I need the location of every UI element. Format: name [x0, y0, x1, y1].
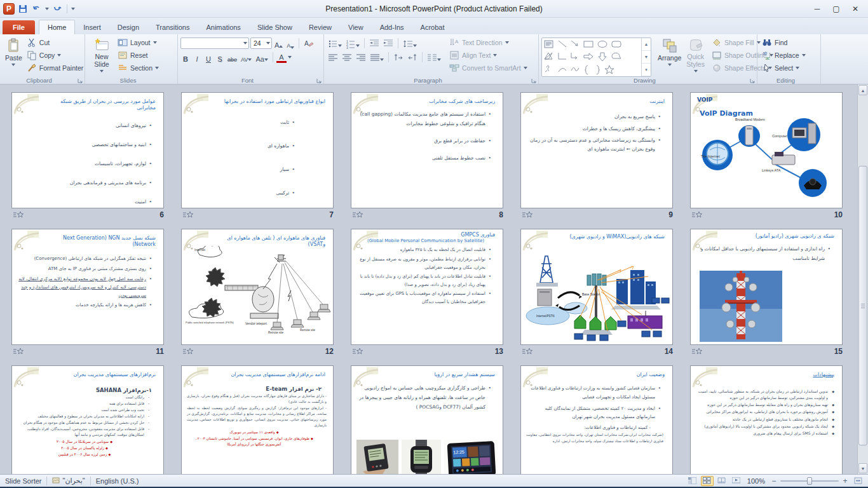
- slide-thumbnail-13[interactable]: فناوری GMPCS (Global Mobile Personal Com…: [351, 229, 503, 345]
- align-right-button[interactable]: [355, 52, 367, 63]
- section-button[interactable]: Section: [116, 62, 161, 74]
- fit-to-window-button[interactable]: [851, 476, 864, 486]
- slide-thumbnail-19[interactable]: وضعیت ایران سازمان فضایی کشور وابسته به …: [520, 365, 673, 474]
- grow-font-button[interactable]: A: [273, 38, 284, 49]
- cut-button[interactable]: Cut: [25, 37, 85, 48]
- animation-indicator-icon[interactable]: [522, 348, 532, 355]
- align-text-button[interactable]: Align Text: [447, 50, 529, 61]
- section-dropdown-icon[interactable]: [155, 67, 159, 71]
- justify-button[interactable]: [369, 52, 385, 63]
- powerpoint-icon[interactable]: P: [3, 3, 15, 15]
- slide-thumbnail-17[interactable]: ادامه نرم‌افزارهای سیستمهای مدیریت بحران…: [181, 365, 334, 474]
- minimize-button[interactable]: ─: [808, 3, 826, 15]
- align-left-button[interactable]: [327, 52, 339, 63]
- tab-view[interactable]: View: [340, 20, 372, 34]
- scroll-down-button[interactable]: ▼: [858, 463, 867, 473]
- rtl-direction-button[interactable]: [406, 52, 419, 63]
- slide-thumbnail-11[interactable]: شبکه نسل جدید NGN ‏(Next Generation Netw…: [11, 229, 164, 345]
- language-label[interactable]: English (U.S.): [91, 477, 144, 485]
- slide-thumbnail-18[interactable]: سیستم هشدار سریع در اروپا طراحی و کارگزا…: [351, 365, 503, 474]
- tab-transitions[interactable]: Transitions: [147, 20, 198, 34]
- layout-button[interactable]: Layout: [116, 37, 161, 48]
- reading-view-button[interactable]: [715, 476, 728, 486]
- bullets-button[interactable]: [327, 38, 343, 49]
- copy-button[interactable]: Copy: [25, 50, 85, 61]
- paste-button[interactable]: Paste: [3, 36, 25, 76]
- slide-sorter-view-button[interactable]: [701, 476, 714, 486]
- increase-indent-button[interactable]: [382, 38, 395, 49]
- format-painter-button[interactable]: Format Painter: [25, 62, 85, 74]
- font-size-combobox[interactable]: 24: [250, 37, 272, 49]
- tab-acrobat[interactable]: Acrobat: [412, 20, 453, 34]
- shrink-font-button[interactable]: A: [285, 38, 295, 49]
- slide-thumbnail-6[interactable]: عوامل مورد بررسی در بحران از طریق شبکه م…: [11, 92, 164, 208]
- strikethrough-button[interactable]: abe: [226, 52, 238, 63]
- scroll-up-button[interactable]: ▲: [858, 85, 867, 95]
- underline-button[interactable]: U: [203, 52, 214, 63]
- slide-thumbnail-7[interactable]: انواع فناوریهای ارتباطی مورد استفاده در …: [181, 92, 334, 208]
- copy-dropdown-icon[interactable]: [57, 54, 61, 58]
- tab-add-ins[interactable]: Add-Ins: [372, 20, 412, 34]
- change-case-button[interactable]: Aa: [254, 52, 269, 63]
- animation-indicator-icon[interactable]: [13, 211, 24, 219]
- close-button[interactable]: ✕: [846, 3, 864, 15]
- animation-indicator-icon[interactable]: [352, 348, 363, 355]
- convert-to-smartart-button[interactable]: Convert to SmartArt: [447, 62, 529, 74]
- slide-thumbnail-15[interactable]: شبکه ی رادیویی شهری (رادیو آماتور) راه ا…: [690, 229, 843, 345]
- paragraph-dialog-launcher[interactable]: [531, 78, 537, 83]
- align-center-button[interactable]: [341, 52, 353, 63]
- ltr-direction-button[interactable]: [392, 52, 405, 63]
- font-color-button[interactable]: A: [276, 52, 287, 63]
- clear-formatting-button[interactable]: A: [302, 38, 315, 49]
- shapes-gallery[interactable]: ▲▼▾: [541, 37, 651, 77]
- paste-dropdown-icon[interactable]: [11, 64, 15, 68]
- slide-thumbnail-10[interactable]: VOIP VoIP Diagram: [690, 92, 843, 208]
- line-spacing-button[interactable]: [402, 38, 418, 49]
- font-name-combobox[interactable]: [180, 37, 249, 49]
- slide-thumbnail-12[interactable]: فناوری های ماهواره ای ( تلفن های ماهواره…: [181, 229, 334, 345]
- tab-design[interactable]: Design: [109, 20, 147, 34]
- tab-insert[interactable]: Insert: [75, 20, 109, 34]
- animation-indicator-icon[interactable]: [691, 211, 702, 219]
- vertical-scrollbar[interactable]: ▲ ▼: [857, 85, 868, 474]
- repeat-button[interactable]: [51, 3, 63, 15]
- slide-thumbnail-20[interactable]: پیشنهادات تدوین استاندارد ارتباطی در زما…: [690, 365, 843, 474]
- zoom-level-label[interactable]: 100%: [745, 477, 768, 485]
- new-slide-dropdown-icon[interactable]: [100, 70, 104, 74]
- zoom-in-button[interactable]: +: [841, 477, 850, 485]
- italic-button[interactable]: I: [192, 52, 202, 63]
- character-spacing-button[interactable]: AV: [240, 52, 253, 63]
- bold-button[interactable]: B: [180, 52, 191, 63]
- slide-thumbnail-9[interactable]: اینترنت پاسخ سریع به بحرانپیشگیری، کاهش …: [520, 92, 673, 208]
- maximize-button[interactable]: ▢: [827, 3, 845, 15]
- clipboard-dialog-launcher[interactable]: [78, 78, 83, 83]
- undo-button[interactable]: [31, 3, 43, 15]
- new-slide-button[interactable]: New Slide: [88, 36, 116, 76]
- animation-indicator-icon[interactable]: [352, 211, 363, 219]
- numbering-button[interactable]: 123: [344, 38, 361, 49]
- customize-qat-icon[interactable]: [71, 8, 75, 12]
- tab-animations[interactable]: Animations: [198, 20, 248, 34]
- tab-slide-show[interactable]: Slide Show: [249, 20, 301, 34]
- zoom-slider-thumb[interactable]: [807, 477, 812, 485]
- columns-button[interactable]: [426, 52, 442, 63]
- find-button[interactable]: Find: [760, 37, 808, 48]
- slide-thumbnail-16[interactable]: نرم‌افزارهای سیستمهای مدیریت بحران ۱-نرم…: [11, 365, 164, 474]
- select-button[interactable]: Select: [760, 62, 808, 74]
- animation-indicator-icon[interactable]: [182, 211, 193, 219]
- shapes-gallery-scroll[interactable]: ▲▼▾: [641, 38, 651, 76]
- decrease-indent-button[interactable]: [368, 38, 381, 49]
- text-direction-button[interactable]: A Text Direction: [447, 37, 529, 48]
- save-button[interactable]: [17, 3, 29, 15]
- quick-styles-button[interactable]: Quick Styles: [684, 36, 707, 76]
- animation-indicator-icon[interactable]: [691, 348, 702, 355]
- animation-indicator-icon[interactable]: [182, 348, 193, 355]
- zoom-slider[interactable]: [780, 480, 839, 482]
- normal-view-button[interactable]: [686, 476, 699, 486]
- tab-home[interactable]: Home: [39, 20, 75, 34]
- animation-indicator-icon[interactable]: [522, 211, 532, 219]
- tab-review[interactable]: Review: [301, 20, 340, 34]
- text-shadow-button[interactable]: S: [215, 52, 225, 63]
- reset-button[interactable]: Reset: [116, 50, 161, 61]
- replace-button[interactable]: abac Replace: [760, 50, 808, 61]
